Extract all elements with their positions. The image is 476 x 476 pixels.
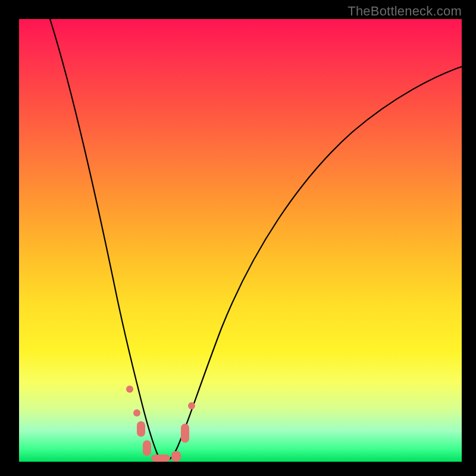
bottleneck-curve bbox=[50, 19, 462, 461]
curve-marker bbox=[188, 402, 195, 409]
curve-marker bbox=[181, 424, 189, 443]
curve-marker bbox=[151, 455, 170, 462]
curve-marker bbox=[137, 421, 145, 437]
curve-marker bbox=[133, 409, 140, 416]
watermark-text: TheBottleneck.com bbox=[347, 4, 462, 19]
chart-svg bbox=[19, 19, 462, 462]
curve-marker bbox=[171, 451, 181, 462]
curve-marker bbox=[126, 386, 133, 393]
chart-frame bbox=[19, 19, 462, 462]
curve-marker bbox=[143, 440, 151, 456]
